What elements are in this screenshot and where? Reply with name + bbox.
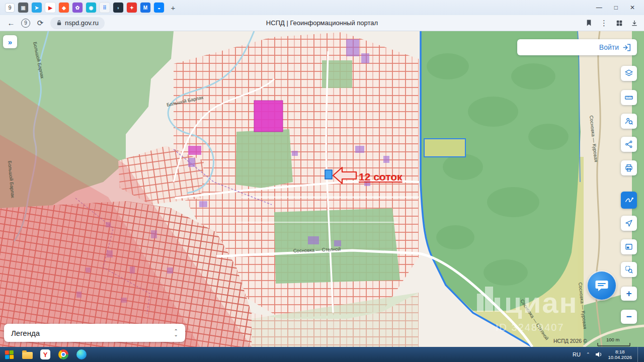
downloads-icon[interactable] (631, 20, 638, 27)
watermark-title: циан (504, 286, 578, 319)
chat-button[interactable] (588, 272, 616, 300)
layers-button[interactable] (621, 66, 637, 81)
language-indicator[interactable]: RU (573, 351, 581, 357)
map-attribution: НСПД 2026 © (553, 338, 587, 344)
legend-label: Легенда (11, 329, 40, 337)
basemap-svg: Большой Барлак Большой Барлак Большой Ба… (0, 31, 644, 347)
minimize-button[interactable]: — (596, 4, 602, 11)
search-area-icon (624, 265, 633, 274)
annotation-label: 12 соток (359, 171, 403, 183)
bookmark-icon[interactable] (586, 19, 592, 27)
pinned-tab-icon[interactable]: ◗ (113, 3, 123, 13)
scale-label: 100 m (606, 337, 619, 342)
ruler-icon (624, 93, 633, 102)
taskbar-clock[interactable]: 8:18 10.04.2026 (608, 349, 632, 360)
pinned-tab-icon[interactable]: ⠿ (100, 3, 110, 13)
zoom-out-button[interactable]: − (621, 310, 637, 324)
share-button[interactable] (621, 137, 637, 152)
folder-icon (22, 352, 33, 359)
lock-icon (56, 20, 62, 26)
my-location-button[interactable] (621, 216, 637, 231)
object-search-button[interactable] (621, 114, 637, 129)
zoom-in-button[interactable]: + (621, 287, 637, 301)
windows-logo-icon (5, 350, 14, 359)
system-tray: RU ⌃ 8:18 10.04.2026 (573, 347, 644, 362)
maximize-button[interactable]: □ (614, 4, 618, 11)
chrome-button[interactable] (54, 347, 72, 362)
location-arrow-icon (624, 219, 633, 228)
sidebar-expand-button[interactable]: » (3, 35, 17, 48)
file-explorer-button[interactable] (18, 347, 36, 362)
pinned-tab-icon[interactable]: ◒ (154, 3, 164, 13)
show-desktop-button[interactable] (637, 347, 641, 362)
yandex-browser-icon: Y (40, 349, 50, 359)
legend-expand-icon[interactable]: ⌃ ⌄ (174, 329, 178, 336)
taskbar-date: 10.04.2026 (608, 354, 632, 360)
watermark-id: ID 32489407 (496, 322, 565, 333)
browser-tab-bar: 9 ▣ ➤ ▶ ◆ ✿ ◉ ⠿ ◗ ✦ M ◒ + — □ ✕ (0, 0, 644, 15)
pinned-tab-icon[interactable]: M (140, 3, 150, 13)
selected-parcel[interactable] (325, 170, 332, 179)
print-icon (624, 163, 633, 172)
browser-address-bar: ← 9 ⟳ nspd.gov.ru НСПД | Геоинформационн… (0, 15, 644, 31)
chat-bubble-icon (595, 279, 609, 292)
pinned-tab-icon[interactable]: ◆ (59, 3, 69, 13)
pinned-tab-icon[interactable]: ➤ (32, 3, 42, 13)
new-tab-button[interactable]: + (168, 2, 179, 13)
url-text: nspd.gov.ru (65, 19, 99, 27)
more-icon[interactable]: ⋮ (600, 19, 608, 28)
page-title: НСПД | Геоинформационный портал (151, 19, 493, 27)
start-button[interactable] (0, 347, 18, 362)
speaker-icon[interactable] (595, 351, 602, 357)
pinned-tab-icon[interactable]: ◉ (86, 3, 96, 13)
screen: 9 ▣ ➤ ▶ ◆ ✿ ◉ ⠿ ◗ ✦ M ◒ + — □ ✕ ← 9 ⟳ ns… (0, 0, 644, 362)
back-button[interactable]: ← (6, 19, 16, 27)
taskbar-time: 8:18 (608, 349, 632, 354)
overview-map-button[interactable] (621, 239, 637, 254)
magenta-zone (254, 101, 283, 132)
url-field[interactable]: nspd.gov.ru (50, 17, 105, 29)
close-button[interactable]: ✕ (630, 4, 635, 11)
draw-tool-button[interactable] (621, 192, 637, 209)
person-search-icon (624, 117, 633, 126)
legend-panel[interactable]: Легенда ⌃ ⌄ (4, 324, 185, 342)
refresh-button[interactable]: ⟳ (35, 19, 45, 28)
tab-count-badge[interactable]: 9 (5, 3, 15, 13)
collections-icon[interactable] (616, 20, 623, 27)
highlighted-field-parcel[interactable] (424, 139, 465, 157)
draw-icon (624, 196, 634, 205)
map-canvas[interactable]: Большой Барлак Большой Барлак Большой Ба… (0, 31, 644, 347)
windows-taskbar: Y RU ⌃ 8:18 10.04.2026 (0, 347, 644, 362)
magenta-zone (188, 146, 201, 155)
pinned-tab-icon[interactable]: ▶ (45, 3, 55, 13)
green-patch (235, 129, 293, 188)
yandex-browser-button[interactable]: Y (36, 347, 54, 362)
pinned-tab-icon[interactable]: ✦ (127, 3, 137, 13)
share-icon (624, 140, 633, 149)
tray-expand-icon[interactable]: ⌃ (586, 352, 590, 357)
login-button[interactable]: Войти (517, 39, 637, 55)
layers-icon (624, 69, 633, 78)
pinned-tab-icon[interactable]: ✿ (72, 3, 83, 13)
login-label: Войти (599, 43, 619, 51)
measure-button[interactable] (621, 90, 637, 105)
overview-frame-icon (624, 242, 633, 251)
edge-icon (76, 349, 87, 359)
edge-button[interactable] (72, 347, 91, 362)
chrome-icon (58, 349, 68, 359)
tab-counter-icon[interactable]: 9 (21, 19, 30, 28)
search-area-button[interactable] (621, 262, 637, 277)
login-icon (622, 44, 631, 51)
pinned-tab-icon[interactable]: ▣ (18, 3, 28, 13)
print-button[interactable] (621, 160, 637, 175)
